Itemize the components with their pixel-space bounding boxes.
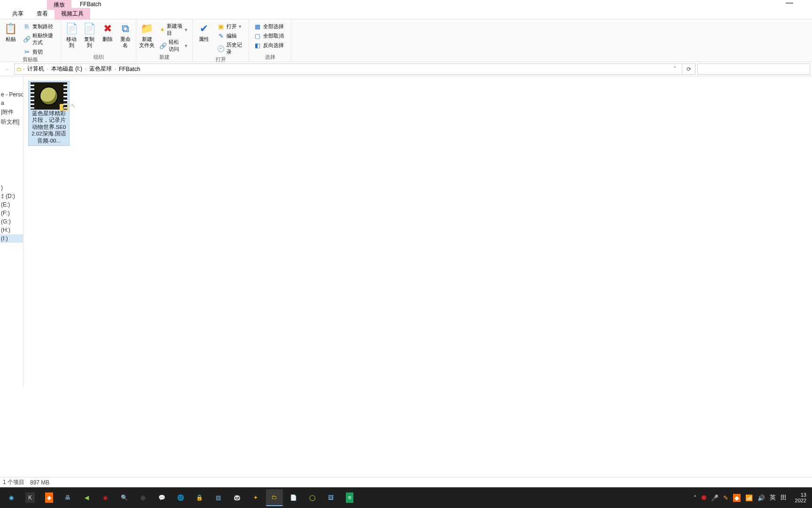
taskbar-app[interactable]: ◆ [40,489,57,506]
open-button[interactable]: ▣ 打开▾ [215,22,246,31]
easy-access-button[interactable]: 🔗 轻松访问▾ [157,38,189,53]
taskbar-app[interactable]: 💬 [153,489,170,506]
breadcrumb-segment[interactable]: FFBatch [117,66,142,72]
copy-to-button[interactable]: 📄 复制到 [82,20,97,48]
copy-path-button[interactable]: ⎘ 复制路径 [21,22,58,31]
ime-mode-icon[interactable]: 田 [781,493,787,502]
tab-share[interactable]: 共享 [6,8,30,20]
history-button[interactable]: 🕘 历史记录 [215,41,246,56]
nav-item[interactable]: e - Persona [0,90,23,99]
new-folder-icon: 📁 [141,22,154,35]
edit-icon: ✎ [217,32,225,40]
group-label-organize: 组织 [64,54,133,62]
file-name: 蓝色星球精彩片段，记录片动物世界.SE02.02深海.国语音频-00... [30,110,68,144]
scissors-icon: ✂ [23,48,31,56]
select-none-button[interactable]: ▢ 全部取消 [252,32,286,40]
minimize-button[interactable]: — [781,2,798,9]
nav-item[interactable]: |附件 [0,107,23,117]
delete-button[interactable]: ✖ 删除 [100,20,115,42]
new-item-button[interactable]: ✦ 新建项目▾ [157,22,189,37]
paste-button[interactable]: 📋 粘贴 [3,20,18,42]
wifi-icon[interactable]: 📶 [745,494,753,501]
rename-button[interactable]: ⧉ 重命名 [118,20,133,48]
new-folder-button[interactable]: 📁 新建文件夹 [139,20,155,48]
taskbar-app[interactable]: 🖼 [322,489,339,506]
taskbar-app[interactable]: 🌐 [172,489,189,506]
open-icon: ▣ [217,23,225,30]
taskbar-app[interactable]: ≡ [341,489,358,506]
taskbar: ◉ K ◆ 🖶 ◀ ◉ 🔍 ◎ 💬 🌐 🔒 ▧ 🐼 ✦ 🗀 📄 ◯ 🖼 ≡ ˄ … [0,487,812,508]
record-indicator-icon [702,495,706,500]
address-dropdown-button[interactable]: ˅ [670,66,680,72]
taskbar-app[interactable]: ◯ [304,489,320,506]
taskbar-app[interactable]: ◉ [97,489,114,506]
volume-icon[interactable]: 🔊 [757,494,765,501]
pen-icon[interactable]: ✎ [723,494,728,501]
address-box[interactable]: 🗀 › 计算机 › 本地磁盘 (I:) › 蓝色星球 › FFBatch ˅ [14,64,682,75]
taskbar-app[interactable]: K [22,489,39,506]
nav-item[interactable]: (H:) [0,226,23,234]
app-icon: ≡ [346,492,353,503]
select-none-icon: ▢ [254,32,261,40]
chat-icon: 💬 [158,494,165,501]
taskbar-app[interactable]: ◀ [78,489,95,506]
nav-item[interactable]: a [0,99,23,107]
thumbnail-image [39,87,58,105]
group-label-select: 选择 [252,54,288,62]
search-input[interactable] [697,64,810,75]
taskbar-app[interactable]: 🖶 [59,489,76,506]
chevron-right-icon: › [115,67,116,71]
edit-button[interactable]: ✎ 编辑 [215,32,246,40]
chevron-up-icon[interactable]: ˄ [694,494,697,501]
printer-icon: 🖶 [65,494,70,501]
invert-selection-button[interactable]: ◧ 反向选择 [252,41,286,49]
properties-button[interactable]: ✔ 属性 [195,20,212,42]
mic-icon[interactable]: 🎤 [711,494,718,501]
nav-item[interactable]: ) [0,183,23,192]
taskbar-app[interactable]: ◎ [134,489,151,506]
nav-item-selected[interactable]: (I:) [0,234,23,243]
group-label-new: 新建 [139,54,189,62]
lock-icon: 🔒 [196,494,203,501]
main-area: e - Persona a |附件 听文档] ) ‡ (D:) (E:) (F:… [0,76,812,387]
copy-to-icon: 📄 [83,22,96,35]
cursor-icon: ↖ [70,102,76,109]
nav-item[interactable]: (F:) [0,209,23,217]
ime-language[interactable]: 英 [770,493,776,502]
paste-shortcut-button[interactable]: 🔗 粘贴快捷方式 [21,32,58,47]
ribbon-group-open: ✔ 属性 ▣ 打开▾ ✎ 编辑 🕘 历史记录 打开 [193,19,249,62]
nav-item[interactable]: (G:) [0,217,23,226]
taskbar-clock[interactable]: 13 2022 [795,492,806,503]
nav-item[interactable]: ‡ (D:) [0,192,23,200]
nav-item[interactable]: (E:) [0,200,23,209]
notepad-icon: 📄 [290,494,297,501]
invert-selection-icon: ◧ [254,41,261,49]
status-bar: 1 个项目 897 MB [0,477,812,487]
taskbar-explorer[interactable]: 🗀 [266,489,283,506]
navigation-pane[interactable]: e - Persona a |附件 听文档] ) ‡ (D:) (E:) (F:… [0,76,23,387]
properties-icon: ✔ [197,22,211,35]
file-item[interactable]: ▶ 蓝色星球精彩片段，记录片动物世界.SE02.02深海.国语音频-00... [28,81,70,146]
refresh-button[interactable]: ⟳ [682,64,695,75]
cut-button[interactable]: ✂ 剪切 [21,48,58,56]
taskbar-app[interactable]: 📄 [285,489,302,506]
taskbar-app[interactable]: 🔒 [191,489,208,506]
select-all-button[interactable]: ▦ 全部选择 [252,22,286,31]
breadcrumb-segment[interactable]: 计算机 [25,65,46,73]
tray-app-icon[interactable]: ◆ [733,494,741,502]
app-icon: ◆ [45,492,53,503]
nav-back-button[interactable]: ← [2,66,14,72]
taskbar-app[interactable]: ✦ [247,489,264,506]
app-icon: ◀ [85,494,89,501]
taskbar-start-button[interactable]: ◉ [3,489,20,506]
taskbar-app[interactable]: ▧ [210,489,226,506]
player-badge-icon: ▶ [60,104,68,111]
move-to-button[interactable]: 📄 移动到 [64,20,79,48]
breadcrumb-segment[interactable]: 本地磁盘 (I:) [49,65,84,73]
taskbar-app[interactable]: 🔍 [116,489,133,506]
taskbar-app[interactable]: 🐼 [228,489,245,506]
file-list[interactable]: ▶ 蓝色星球精彩片段，记录片动物世界.SE02.02深海.国语音频-00... … [23,76,812,387]
system-tray[interactable]: ˄ 🎤 ✎ ◆ 📶 🔊 英 田 13 2022 [694,492,809,503]
nav-item[interactable]: 听文档] [0,117,23,127]
breadcrumb-segment[interactable]: 蓝色星球 [87,65,114,73]
